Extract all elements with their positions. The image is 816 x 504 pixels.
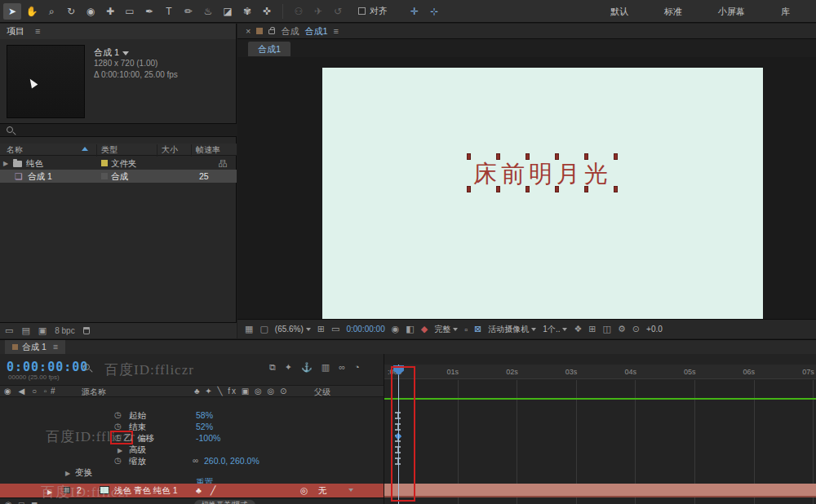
av-feature-icons[interactable]: ◉ ◀ ○ ▫	[4, 387, 49, 396]
lock-icon[interactable]	[268, 29, 275, 34]
timeline-tab[interactable]: 合成 1≡	[5, 340, 65, 354]
text-selection-handle[interactable]	[584, 186, 588, 192]
brush-tool[interactable]: ✏	[180, 3, 197, 20]
panel-menu-icon[interactable]: ≡	[53, 342, 58, 351]
comp-subtab[interactable]: 合成1	[248, 42, 290, 56]
chevron-down-icon[interactable]	[122, 51, 129, 55]
property-label[interactable]: 缩放	[129, 455, 146, 466]
stopwatch-icon[interactable]: ◷	[114, 409, 122, 421]
bit-depth-label[interactable]: 8 bpc	[55, 326, 74, 335]
exposure-icon[interactable]: ⊙	[632, 324, 640, 334]
text-selection-handle[interactable]	[467, 186, 471, 192]
puppet-pin-tool[interactable]: ✜	[258, 3, 276, 20]
toggle-switches-button[interactable]: 切换开关/模式	[194, 500, 255, 504]
interpret-footage-icon[interactable]: ▭	[5, 325, 13, 336]
current-timecode[interactable]: 0:00:00:00	[7, 360, 88, 374]
work-area-bar[interactable]	[384, 398, 816, 400]
column-framerate[interactable]: 帧速率	[196, 144, 220, 156]
project-row-solids[interactable]: ▶ 纯色 文件夹 品	[0, 157, 237, 170]
camera-tool[interactable]: ◉	[82, 3, 100, 20]
project-row-comp[interactable]: ❏ 合成 1 合成 25	[0, 170, 237, 183]
panel-menu-icon[interactable]: ≡	[35, 26, 40, 36]
eraser-tool[interactable]: ◪	[219, 3, 237, 20]
crosshair-icon[interactable]: ✛	[406, 3, 424, 20]
time-ruler[interactable]: :00s01s02s03s04s05s06s07s	[384, 365, 816, 379]
property-row-offset[interactable]: ◷ 乙 偏移 -100%	[0, 432, 384, 444]
group-label[interactable]: 高级	[129, 444, 146, 455]
zoom-tool[interactable]: ⌕	[42, 3, 60, 20]
layer-switch-icons[interactable]: ♣ ✦ ╲ fx ▣ ◎ ◎ ⊙	[194, 387, 288, 396]
draft-3d-icon[interactable]: ✦	[285, 362, 292, 373]
new-folder-icon[interactable]: ▤	[21, 325, 29, 336]
column-name[interactable]: 名称	[7, 144, 23, 156]
camera-select[interactable]: 活动摄像机	[488, 324, 536, 335]
flowchart-icon[interactable]: ⚙	[618, 324, 626, 334]
monitor-icon[interactable]: ▢	[259, 324, 268, 334]
zoom-out-icon[interactable]: ◻	[18, 500, 24, 504]
workspace-small-screen[interactable]: 小屏幕	[700, 0, 763, 23]
pickwhip-icon[interactable]: ◎	[300, 484, 308, 497]
timeline-search-icon[interactable]	[83, 364, 90, 370]
fast-previews-icon[interactable]: ⊞	[588, 324, 596, 334]
text-selection-handle[interactable]	[584, 153, 588, 160]
workspace-standard[interactable]: 标准	[646, 0, 700, 23]
selection-tool[interactable]: ➤	[3, 3, 21, 20]
text-selection-handle[interactable]	[496, 186, 500, 192]
property-row-end[interactable]: ◷ 结束 52%	[0, 421, 384, 432]
zoom-select[interactable]: (65.6%)	[275, 325, 311, 334]
column-type[interactable]: 类型	[101, 144, 118, 156]
view-layout-select[interactable]: 1个..	[543, 324, 567, 335]
column-size[interactable]: 大小	[162, 144, 178, 156]
chevron-down-icon[interactable]	[348, 489, 353, 492]
viewer-comp-name[interactable]: 合成1	[304, 25, 327, 38]
text-selection-handle[interactable]	[526, 153, 530, 160]
text-selection-handle[interactable]	[555, 153, 559, 160]
new-comp-icon[interactable]: ▣	[38, 325, 47, 336]
expand-icon[interactable]: ◉	[5, 500, 12, 504]
close-icon[interactable]: ×	[246, 26, 251, 36]
property-value[interactable]: 58%	[196, 409, 213, 421]
track-lanes[interactable]	[384, 380, 816, 504]
region-icon[interactable]: ▭	[331, 324, 339, 334]
property-value[interactable]: 52%	[196, 421, 213, 432]
viewer-timecode[interactable]: 0:00:00:00	[346, 325, 384, 334]
pixel-aspect-icon[interactable]: ❖	[574, 324, 582, 334]
timeline-button-icon[interactable]: ◫	[603, 324, 611, 334]
grid-guides-icon[interactable]: ⊞	[317, 324, 325, 334]
roto-brush-tool[interactable]: ✾	[238, 3, 256, 20]
pen-tool[interactable]: ✒	[140, 3, 158, 20]
sort-ascending-icon[interactable]	[82, 147, 88, 151]
item-name[interactable]: 纯色	[26, 157, 43, 170]
item-name[interactable]: 合成 1	[28, 170, 52, 183]
text-selection-handle[interactable]	[526, 186, 530, 192]
twirl-icon[interactable]: ▶	[3, 157, 8, 170]
shape-tool[interactable]: ▭	[121, 3, 139, 20]
layer-duration-bar[interactable]	[384, 484, 816, 497]
shy-icon[interactable]: ⚓	[301, 362, 313, 373]
workspace-library[interactable]: 库	[763, 0, 808, 23]
fx-icon[interactable]: ╱	[211, 484, 215, 497]
comp-mini-flowchart-icon[interactable]: ⧉	[269, 362, 276, 373]
project-panel-header[interactable]: 项目 ≡	[0, 24, 236, 39]
column-source-name[interactable]: 源名称	[82, 387, 106, 398]
text-selection-handle[interactable]	[555, 186, 559, 192]
resolution-select[interactable]: 完整	[434, 324, 458, 335]
always-preview-icon[interactable]: ▦	[245, 324, 253, 334]
project-search-bar[interactable]	[0, 123, 237, 137]
text-selection-handle[interactable]	[496, 153, 500, 160]
graph-editor-icon[interactable]: ◔	[354, 362, 360, 373]
quality-icon[interactable]: ♣	[196, 484, 202, 497]
hand-tool[interactable]: ✋	[23, 3, 41, 20]
property-value[interactable]: -100%	[196, 432, 220, 444]
text-layer-selection[interactable]: 床前明月光	[467, 157, 619, 192]
trash-icon[interactable]	[83, 327, 90, 334]
layer-row-solid[interactable]: ▶ 2 浅色 青色 纯色 1 ♣ ╱ ◎ 无	[0, 484, 384, 497]
link-icon[interactable]: ∞	[193, 455, 198, 466]
property-value[interactable]: 260.0, 260.0%	[204, 455, 259, 466]
composition-frame[interactable]: 床前明月光	[322, 68, 763, 319]
type-tool[interactable]: T	[160, 3, 178, 20]
text-selection-handle[interactable]	[614, 186, 618, 192]
property-label[interactable]: 起始	[129, 409, 146, 421]
show-snapshot-icon[interactable]: ◧	[406, 324, 414, 334]
channels-icon[interactable]: ◆	[421, 324, 428, 334]
